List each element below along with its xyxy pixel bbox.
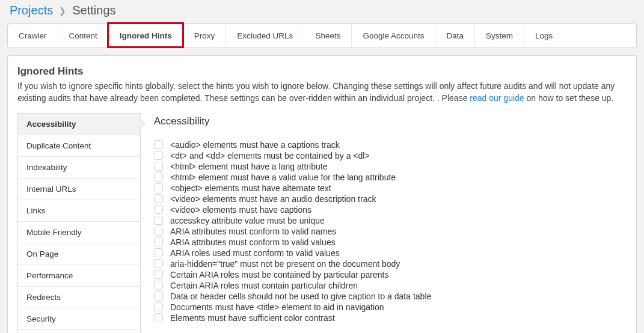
hint-row: Data or header cells should not be used … bbox=[154, 291, 616, 302]
hint-label: ARIA roles used must conform to valid va… bbox=[170, 248, 340, 258]
tab-proxy[interactable]: Proxy bbox=[183, 24, 227, 47]
hint-row: ARIA attributes must conform to valid na… bbox=[154, 226, 616, 237]
hint-row: <audio> elements must have a captions tr… bbox=[154, 139, 616, 150]
panel-title: Ignored Hints bbox=[17, 66, 627, 78]
sidebar-item-security[interactable]: Security bbox=[18, 308, 140, 330]
sidebar-item-on-page[interactable]: On Page bbox=[18, 243, 140, 265]
hint-checkbox[interactable] bbox=[154, 216, 163, 225]
sidebar-item-links[interactable]: Links bbox=[18, 200, 140, 222]
tab-content[interactable]: Content bbox=[58, 24, 109, 47]
hint-checkbox[interactable] bbox=[154, 173, 163, 182]
hint-label: Certain ARIA roles must contain particul… bbox=[170, 281, 358, 290]
panel-description: If you wish to ignore specific hints glo… bbox=[17, 80, 627, 105]
hint-row: ARIA roles used must conform to valid va… bbox=[154, 248, 616, 258]
hint-label: Data or header cells should not be used … bbox=[170, 292, 431, 301]
hint-checkbox[interactable] bbox=[154, 162, 163, 171]
sidebar-item-mobile-friendly[interactable]: Mobile Friendly bbox=[18, 222, 140, 243]
sidebar-item-indexability[interactable]: Indexability bbox=[18, 157, 140, 179]
hint-row: Elements must have sufficient color cont… bbox=[154, 313, 616, 323]
hint-label: <dt> and <dd> elements must be contained… bbox=[170, 151, 370, 160]
hint-checkbox[interactable] bbox=[154, 194, 163, 203]
breadcrumb: Projects ❯ Settings bbox=[0, 0, 644, 23]
hint-checkbox[interactable] bbox=[154, 302, 163, 311]
sidebar-item-redirects[interactable]: Redirects bbox=[18, 287, 140, 308]
hints-heading: Accessibility bbox=[154, 115, 616, 127]
hint-label: <html> element must have a lang attribut… bbox=[170, 162, 327, 171]
hint-label: <object> elements must have alternate te… bbox=[170, 183, 331, 193]
hint-checkbox[interactable] bbox=[154, 140, 163, 149]
sidebar-item-accessibility[interactable]: Accessibility bbox=[18, 114, 140, 135]
hint-label: ARIA attributes must conform to valid va… bbox=[170, 237, 336, 247]
hint-row: <html> element must have a valid value f… bbox=[154, 172, 616, 183]
hint-label: accesskey attribute value must be unique bbox=[170, 216, 325, 225]
read-guide-link[interactable]: read our guide bbox=[470, 93, 524, 103]
hint-checkbox[interactable] bbox=[154, 292, 163, 301]
hint-label: ARIA attributes must conform to valid na… bbox=[170, 227, 336, 236]
tab-sheets[interactable]: Sheets bbox=[304, 24, 352, 47]
hint-label: aria-hidden="true" must not be present o… bbox=[170, 259, 400, 269]
hint-row: Certain ARIA roles must contain particul… bbox=[154, 280, 616, 291]
hint-row: <video> elements must have captions bbox=[154, 204, 616, 215]
hint-checkbox[interactable] bbox=[154, 151, 163, 160]
tab-logs[interactable]: Logs bbox=[524, 24, 563, 47]
chevron-right-icon: ❯ bbox=[59, 6, 66, 16]
tab-system[interactable]: System bbox=[475, 24, 524, 47]
hint-label: <video> elements must have captions bbox=[170, 205, 311, 215]
hint-checkbox[interactable] bbox=[154, 313, 163, 322]
hint-label: Certain ARIA roles must be contained by … bbox=[170, 270, 388, 280]
hint-row: <html> element must have a lang attribut… bbox=[154, 161, 616, 172]
hint-checkbox[interactable] bbox=[154, 270, 163, 279]
hint-checkbox[interactable] bbox=[154, 281, 163, 290]
breadcrumb-current: Settings bbox=[72, 4, 115, 17]
sidebar-item-duplicate-content[interactable]: Duplicate Content bbox=[18, 135, 140, 157]
hint-row: aria-hidden="true" must not be present o… bbox=[154, 258, 616, 269]
breadcrumb-link-projects[interactable]: Projects bbox=[10, 4, 53, 17]
hint-row: <dt> and <dd> elements must be contained… bbox=[154, 150, 616, 161]
hint-checkbox[interactable] bbox=[154, 227, 163, 236]
intro-text-after: on how to set these up. bbox=[524, 93, 614, 103]
hint-label: <html> element must have a valid value f… bbox=[170, 173, 396, 182]
hint-checkbox[interactable] bbox=[154, 205, 163, 214]
hint-row: Certain ARIA roles must be contained by … bbox=[154, 269, 616, 280]
hint-checkbox[interactable] bbox=[154, 259, 163, 268]
settings-tabs: CrawlerContentIgnored HintsProxyExcluded… bbox=[7, 23, 637, 48]
category-sidebar: AccessibilityDuplicate ContentIndexabili… bbox=[17, 113, 141, 333]
tab-google-accounts[interactable]: Google Accounts bbox=[352, 24, 435, 47]
hint-row: accesskey attribute value must be unique bbox=[154, 215, 616, 226]
hint-row: <video> elements must have an audio desc… bbox=[154, 194, 616, 204]
hint-checkbox[interactable] bbox=[154, 183, 163, 192]
hint-label: <video> elements must have an audio desc… bbox=[170, 194, 376, 204]
tab-ignored-hints[interactable]: Ignored Hints bbox=[109, 24, 183, 47]
sidebar-item-internal-urls[interactable]: Internal URLs bbox=[18, 179, 140, 200]
tab-crawler[interactable]: Crawler bbox=[8, 24, 58, 47]
ignored-hints-panel: Ignored Hints If you wish to ignore spec… bbox=[7, 55, 637, 333]
hints-list-panel: Accessibility <audio> elements must have… bbox=[141, 113, 627, 333]
hint-row: Documents must have <title> element to a… bbox=[154, 302, 616, 313]
sidebar-item-performance[interactable]: Performance bbox=[18, 265, 140, 287]
hint-checkbox[interactable] bbox=[154, 237, 163, 246]
hint-row: <object> elements must have alternate te… bbox=[154, 183, 616, 194]
hint-label: <audio> elements must have a captions tr… bbox=[170, 140, 340, 150]
tab-data[interactable]: Data bbox=[435, 24, 475, 47]
hint-row: ARIA attributes must conform to valid va… bbox=[154, 237, 616, 248]
hint-checkbox[interactable] bbox=[154, 248, 163, 257]
hint-label: Documents must have <title> element to a… bbox=[170, 302, 384, 312]
sidebar-item-xml-sitemaps[interactable]: XML Sitemaps bbox=[18, 330, 140, 333]
hint-label: Elements must have sufficient color cont… bbox=[170, 313, 335, 323]
tab-excluded-urls[interactable]: Excluded URLs bbox=[226, 24, 304, 47]
